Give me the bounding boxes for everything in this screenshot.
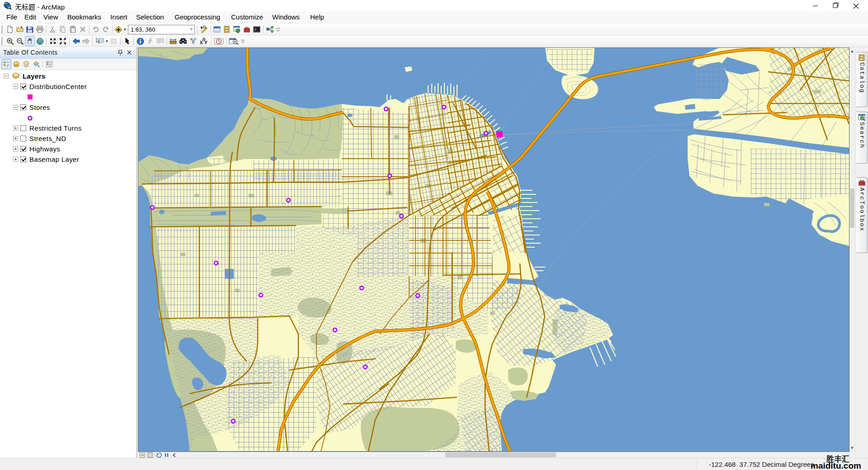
svg-text:Y: Y: [204, 40, 208, 45]
svg-text:X: X: [200, 40, 203, 45]
